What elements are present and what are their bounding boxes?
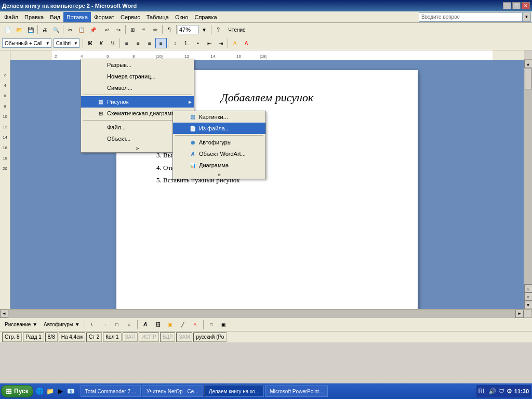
submenu-autoshapes[interactable]: ⬟ Автофигуры xyxy=(173,137,265,148)
preview-btn[interactable]: 🔍 xyxy=(50,24,62,35)
align-center[interactable]: ≡ xyxy=(132,38,144,48)
maximize-button[interactable]: □ xyxy=(512,2,521,9)
hscroll-right-btn[interactable]: ► xyxy=(515,310,524,318)
undo-btn[interactable]: ↩ xyxy=(101,24,113,35)
scroll-pagedown-btn[interactable]: ▽ xyxy=(524,292,533,301)
zoom-dropdown[interactable]: ▼ xyxy=(198,24,210,35)
style-dropdown[interactable]: ▼ xyxy=(45,41,51,46)
drawing-btn[interactable]: ✏ xyxy=(150,24,161,35)
underline-btn[interactable]: Ч xyxy=(107,38,118,48)
menu-format[interactable]: Формат xyxy=(91,12,117,22)
autoshapes-btn[interactable]: Автофигуры ▼ xyxy=(41,320,83,330)
fillcolor-btn[interactable]: ▣ xyxy=(165,320,176,330)
scroll-pageup-btn[interactable]: △ xyxy=(524,284,533,292)
para-btn[interactable]: ¶ xyxy=(164,24,175,35)
oval-btn[interactable]: ○ xyxy=(124,320,135,330)
open-btn[interactable]: 📂 xyxy=(14,24,25,35)
highlight-btn[interactable]: A xyxy=(229,38,241,48)
table-btn[interactable]: ⊞ xyxy=(127,24,138,35)
bold-btn[interactable]: Ж xyxy=(84,38,96,48)
align-right[interactable]: ≡ xyxy=(144,38,155,48)
menu-bar: Файл Правка Вид Вставка Формат Сервис Та… xyxy=(0,11,532,23)
submenu-wordart[interactable]: A Объект WordArt... xyxy=(173,148,265,159)
taskbar-total-commander[interactable]: Total Commander 7.... xyxy=(81,385,141,397)
copy-btn[interactable]: 📋 xyxy=(76,24,87,35)
arrow-btn[interactable]: → xyxy=(99,320,110,330)
menu-window[interactable]: Окно xyxy=(172,12,192,22)
start-icon: ⊞ xyxy=(6,387,12,395)
fontcolor2-btn[interactable]: A xyxy=(190,320,201,330)
menu-table[interactable]: Таблица xyxy=(143,12,172,22)
increase-indent[interactable]: ⇥ xyxy=(215,38,227,48)
menu-file[interactable]: Файл xyxy=(1,12,21,22)
cut-btn[interactable]: ✂ xyxy=(64,24,76,35)
draw-btn[interactable]: Рисование ▼ xyxy=(2,320,40,330)
menu-service[interactable]: Сервис xyxy=(117,12,143,22)
cols-btn[interactable]: ≡ xyxy=(138,24,150,35)
scroll-down-btn[interactable]: ▼ xyxy=(524,301,533,309)
menu-symbol[interactable]: Символ... xyxy=(81,82,194,94)
font-selector[interactable]: Calibri ▼ xyxy=(54,38,79,48)
help-btn[interactable]: ? xyxy=(212,24,224,35)
new-btn[interactable]: 📄 xyxy=(2,24,14,35)
menu-razryv[interactable]: Разрыв... xyxy=(81,59,194,71)
sub-sep1 xyxy=(175,135,263,136)
read-btn[interactable]: Чтение xyxy=(224,24,250,35)
align-left[interactable]: ≡ xyxy=(121,38,132,48)
vertical-scrollbar: ▲ △ ▽ ▼ xyxy=(524,60,532,309)
zap-status: ЗАП xyxy=(123,332,138,342)
3d-btn[interactable]: ▣ xyxy=(218,320,230,330)
line-btn[interactable]: \ xyxy=(86,320,98,330)
italic-btn[interactable]: К xyxy=(96,38,107,48)
menu-insert[interactable]: Вставка xyxy=(63,12,91,22)
menu-edit[interactable]: Правка xyxy=(21,12,47,22)
linecolor-btn[interactable]: ╱ xyxy=(177,320,189,330)
taskbar-netop[interactable]: Учитель NetOp - Се... xyxy=(142,385,203,397)
quick-launch: 🌐 📁 ▶ 📧 xyxy=(33,387,78,396)
submenu-expand[interactable]: » xyxy=(173,171,265,179)
paste-btn[interactable]: 📌 xyxy=(87,24,99,35)
shadow-btn[interactable]: □ xyxy=(206,320,217,330)
linespacing-btn[interactable]: ↕ xyxy=(169,38,181,48)
help-dropdown-btn[interactable]: ▼ xyxy=(523,12,531,22)
menu-help[interactable]: Справка xyxy=(191,12,220,22)
wordart2-btn[interactable]: A xyxy=(140,320,151,330)
menu-view[interactable]: Вид xyxy=(47,12,63,22)
align-justify[interactable]: ≡ xyxy=(155,38,167,48)
scroll-track[interactable] xyxy=(524,68,533,284)
style-selector[interactable]: Обычный + Call ▼ xyxy=(2,38,51,48)
save-btn[interactable]: 💾 xyxy=(25,24,36,35)
submenu-fromfile[interactable]: 📄 Из файла... xyxy=(173,123,265,134)
numbering-btn[interactable]: 1. xyxy=(181,38,192,48)
submenu-chart[interactable]: 📊 Диаграмма xyxy=(173,159,265,171)
zoom-container: 47% ▼ xyxy=(178,24,210,35)
hscroll-left-btn[interactable]: ◄ xyxy=(0,310,8,318)
hscroll-track[interactable] xyxy=(8,310,515,318)
ql-media-icon[interactable]: ▶ xyxy=(56,387,65,396)
submenu-clipart[interactable]: 🖼 Картинки... xyxy=(173,111,265,123)
rect-btn[interactable]: □ xyxy=(111,320,123,330)
redo-btn[interactable]: ↪ xyxy=(113,24,124,35)
fontcolor-btn[interactable]: A xyxy=(241,38,252,48)
decrease-indent[interactable]: ⇤ xyxy=(204,38,215,48)
ql-icon4[interactable]: 📧 xyxy=(66,387,76,396)
pagenum-icon xyxy=(97,72,105,81)
taskbar-word[interactable]: Делаем книгу на ко... xyxy=(204,385,264,397)
start-button[interactable]: ⊞ Пуск xyxy=(1,385,33,397)
print-btn[interactable]: 🖨 xyxy=(39,24,50,35)
wordart-icon: A xyxy=(189,150,197,158)
bullets-btn[interactable]: • xyxy=(192,38,204,48)
zoom-input[interactable]: 47% xyxy=(178,25,198,34)
taskbar-powerpoint[interactable]: Microsoft PowerPoint... xyxy=(265,385,328,397)
menu-pagenum[interactable]: Номера страниц... xyxy=(81,71,194,82)
ql-ie-icon[interactable]: 🌐 xyxy=(35,387,45,396)
scroll-thumb[interactable] xyxy=(525,69,532,89)
close-button[interactable]: ✕ xyxy=(522,2,530,9)
help-input[interactable]: Введите вопрос xyxy=(419,12,523,22)
ql-folder-icon[interactable]: 📁 xyxy=(46,387,55,396)
minimize-button[interactable]: ─ xyxy=(503,2,511,9)
menu-risunok[interactable]: 🖼 Рисунок xyxy=(81,96,194,108)
clip2-btn[interactable]: 🖼 xyxy=(152,320,164,330)
scroll-up-btn[interactable]: ▲ xyxy=(524,60,533,68)
ispr-status: ИСПР xyxy=(139,332,158,342)
